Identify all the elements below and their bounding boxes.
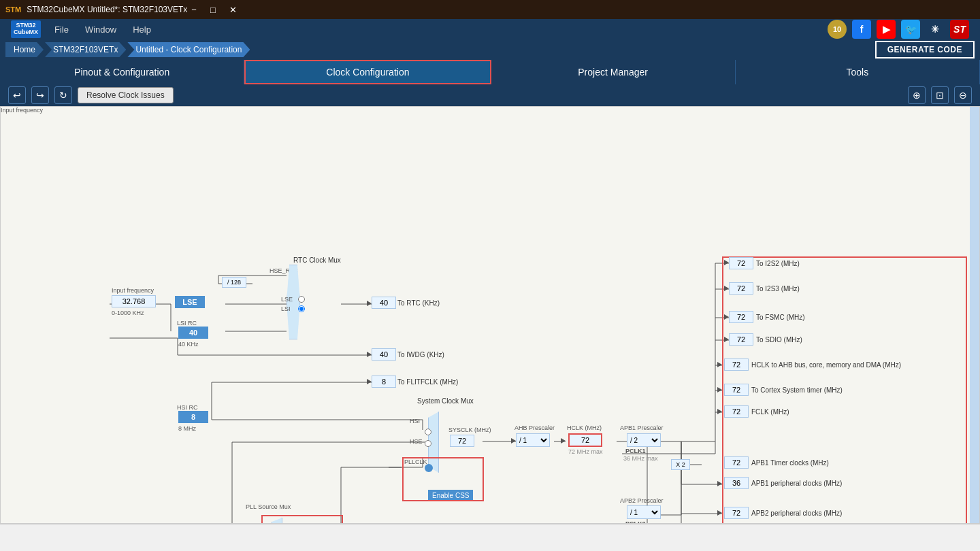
pclk2-label: PCLK2 (625, 520, 646, 524)
version-icon: 10 (828, 20, 847, 39)
ahb-prescaler-label: AHB Prescaler (514, 424, 555, 431)
maximize-btn[interactable]: □ (206, 3, 220, 16)
close-btn[interactable]: ✕ (225, 3, 241, 16)
input-freq-label: Input frequency (1, 107, 43, 114)
redo-button[interactable]: ↪ (31, 86, 49, 104)
sysclk-val[interactable]: 72 (450, 435, 474, 447)
breadcrumb-config[interactable]: Untitled - Clock Configuration (127, 42, 250, 57)
apb2-prescaler-select[interactable]: / 1 (627, 505, 661, 519)
menubar: STM32CubeMX File Window Help 10 f ▶ 🐦 ✳ … (0, 19, 980, 39)
generate-code-button[interactable]: GENERATE CODE (875, 41, 975, 59)
fsmc-val[interactable]: 72 (729, 311, 753, 323)
hse-mux-radio[interactable] (425, 440, 431, 447)
hsi-mux-radio[interactable] (425, 429, 431, 435)
apb2-periph-val[interactable]: 72 (724, 507, 749, 519)
pll-hsi-div2: / 2 (227, 523, 248, 524)
fclk-label: FCLK (MHz) (751, 408, 789, 416)
titlebar: STM STM32CubeMX Untitled*: STM32F103VETx… (0, 0, 980, 19)
pllclk-mux-radio[interactable] (425, 464, 433, 472)
hclk-ahb-val[interactable]: 72 (724, 358, 749, 371)
lse-box: LSE (175, 296, 205, 308)
sysclk-label: SYSCLK (MHz) (448, 427, 491, 433)
pll-source-mux-shape (272, 518, 282, 524)
apb2-periph-label: APB2 peripheral clocks (MHz) (751, 510, 842, 517)
breadcrumb-device[interactable]: STM32F103VETx (45, 42, 126, 57)
youtube-icon[interactable]: ▶ (877, 20, 896, 39)
toolbar: ↩ ↪ ↻ Resolve Clock Issues ⊕ ⊡ ⊖ (0, 84, 980, 106)
apb1-periph-val[interactable]: 36 (724, 477, 749, 489)
tab-pinout[interactable]: Pinout & Configuration (0, 60, 244, 84)
lsi-rc-label: LSI RC (177, 320, 197, 327)
resolve-clock-issues-button[interactable]: Resolve Clock Issues (78, 87, 174, 103)
pllclk-mux-label: PLLCLK (404, 458, 427, 465)
twitter-icon[interactable]: 🐦 (901, 20, 920, 39)
system-clock-mux-label: System Clock Mux (417, 397, 474, 405)
pclk1-label: PCLK1 (625, 448, 646, 454)
sdio-top-val[interactable]: 72 (729, 333, 753, 346)
hclk-max-label: 72 MHz max (568, 448, 603, 455)
svg-marker-54 (724, 314, 729, 320)
input-freq-label-2: Input frequency (112, 287, 154, 294)
right-icons: 10 f ▶ 🐦 ✳ ST (828, 20, 969, 39)
hclk-val-input[interactable] (568, 433, 602, 447)
tab-clock[interactable]: Clock Configuration (244, 60, 491, 84)
iwdg-val[interactable]: 40 (372, 348, 396, 361)
status-left (5, 527, 7, 535)
menu-help[interactable]: Help (133, 24, 151, 35)
tab-project[interactable]: Project Manager (491, 60, 736, 84)
tab-bar: Pinout & Configuration Clock Configurati… (0, 60, 980, 84)
hsi-mux-label: HSI (410, 418, 420, 424)
lse-radio[interactable] (298, 296, 305, 303)
rtc-clock-mux-label: RTC Clock Mux (293, 256, 341, 264)
input-freq-range: 0-1000 KHz (112, 310, 144, 316)
apb1-prescaler-select[interactable]: / 2 (627, 433, 661, 447)
zoom-out-button[interactable]: ⊖ (954, 86, 972, 104)
apb1-timer-label: APB1 Timer clocks (MHz) (751, 459, 829, 467)
statusbar (0, 524, 980, 537)
status-right (973, 527, 975, 535)
pll-source-mux-label: PLL Source Mux (246, 503, 291, 510)
i2s3-val[interactable]: 72 (729, 282, 753, 295)
to-flit-label: To FLITFCLK (MHz) (397, 378, 458, 386)
app-title: STM32CubeMX Untitled*: STM32F103VETx (27, 5, 187, 14)
ahb-prescaler-select[interactable]: / 1 (516, 433, 550, 447)
fit-button[interactable]: ⊡ (931, 86, 949, 104)
apb1-x2: X 2 (671, 459, 690, 470)
lse-radio-label: LSE (281, 296, 293, 303)
input-freq-value[interactable]: 32.768 (112, 295, 156, 307)
apb1-timer-val[interactable]: 72 (724, 456, 749, 469)
lsi-rc-freq: 40 KHz (178, 341, 199, 348)
zoom-in-button[interactable]: ⊕ (908, 86, 926, 104)
facebook-icon[interactable]: f (852, 20, 871, 39)
div128-box: / 128 (222, 277, 246, 288)
enable-css-button[interactable]: Enable CSS (428, 490, 473, 501)
minimize-btn[interactable]: − (187, 3, 201, 16)
fclk-val[interactable]: 72 (724, 405, 749, 418)
apb1-prescaler-label: APB1 Prescaler (620, 424, 664, 431)
breadcrumb-home[interactable]: Home (5, 42, 44, 57)
hsi-rc-label: HSI RC (177, 404, 198, 411)
hclk-ahb-label: HCLK to AHB bus, core, memory and DMA (M… (751, 361, 921, 369)
svg-marker-58 (717, 409, 722, 414)
apb1-periph-label: APB1 peripheral clocks (MHz) (751, 480, 842, 487)
flit-val[interactable]: 8 (372, 375, 396, 388)
rtc-val[interactable]: 40 (372, 297, 396, 309)
scrollbar[interactable] (970, 107, 979, 523)
refresh-button[interactable]: ↻ (54, 86, 72, 104)
menu-window[interactable]: Window (85, 24, 116, 35)
window-controls: − □ ✕ (187, 3, 240, 16)
menu-file[interactable]: File (54, 24, 69, 35)
app-logo-block: STM32CubeMX (11, 20, 41, 38)
cortex-val[interactable]: 72 (724, 384, 749, 396)
undo-button[interactable]: ↩ (8, 86, 26, 104)
i2s2-val[interactable]: 72 (729, 257, 753, 269)
lsi-radio[interactable] (298, 305, 305, 312)
svg-marker-66 (367, 379, 372, 384)
st-icon[interactable]: ST (950, 20, 969, 39)
to-rtc-label: To RTC (KHz) (397, 299, 440, 307)
apb2-prescaler-label: APB2 Prescaler (620, 497, 664, 504)
network-icon[interactable]: ✳ (926, 20, 945, 39)
svg-marker-53 (724, 286, 729, 291)
svg-marker-57 (717, 387, 722, 393)
tab-tools[interactable]: Tools (736, 60, 980, 84)
